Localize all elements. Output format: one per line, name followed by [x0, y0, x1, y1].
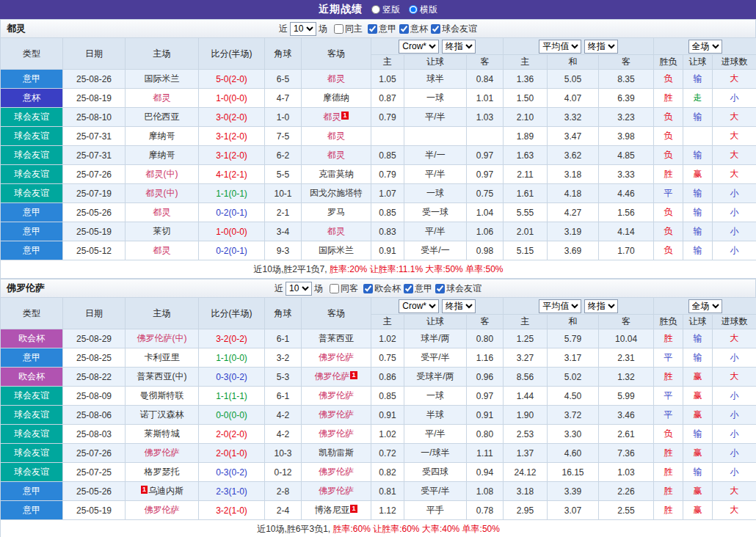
home-team[interactable]: 巴伦西亚	[126, 108, 199, 127]
same-venue-filter[interactable]: 同主	[330, 23, 363, 35]
match-score[interactable]: 1-1(1-1)	[199, 387, 265, 406]
result-scope-select[interactable]: 全场	[688, 40, 722, 54]
same-venue-checkbox[interactable]	[330, 284, 339, 293]
home-team[interactable]: 都灵(中)	[126, 184, 199, 203]
home-team[interactable]: 普莱西亚(中)	[126, 368, 199, 387]
away-team[interactable]: 都灵	[302, 127, 371, 146]
league-checkbox-2[interactable]	[431, 24, 440, 34]
col-header-home: 主场	[126, 298, 199, 329]
away-team[interactable]: 佛罗伦萨1	[302, 368, 371, 387]
league-filter-2[interactable]: 球会友谊	[428, 23, 477, 35]
league-filter-0[interactable]: 意甲	[365, 23, 396, 35]
away-team[interactable]: 因戈尔施塔特	[302, 184, 371, 203]
league-filter-1[interactable]: 意杯	[396, 23, 428, 35]
match-score[interactable]: 0-2(0-1)	[199, 241, 265, 260]
match-score[interactable]: 5-0(2-0)	[199, 70, 265, 89]
asian-handicap: 球半/两	[404, 329, 467, 348]
league-filter-2[interactable]: 球会友谊	[432, 282, 481, 295]
horizontal-layout-radio[interactable]	[409, 5, 418, 14]
odds-company-select[interactable]: Crow*	[399, 299, 439, 313]
home-team[interactable]: 卡利亚里	[126, 348, 199, 368]
home-team[interactable]: 佛罗伦萨	[126, 501, 199, 520]
league-checkbox-2[interactable]	[435, 284, 445, 293]
away-team[interactable]: 佛罗伦萨	[302, 463, 371, 482]
league-filter-1[interactable]: 意甲	[401, 282, 432, 295]
match-score[interactable]: 4-1(2-1)	[199, 165, 265, 184]
league-checkbox-1[interactable]	[399, 24, 409, 34]
match-count-select[interactable]: 10	[290, 22, 316, 36]
match-score[interactable]: 0-3(0-2)	[199, 368, 265, 387]
away-team[interactable]: 佛罗伦萨	[302, 482, 371, 501]
euro-company-select[interactable]: 平均值	[539, 40, 581, 54]
match-score[interactable]: 2-0(2-0)	[199, 425, 265, 444]
away-team[interactable]: 罗马	[302, 203, 371, 222]
home-team[interactable]: 摩纳哥	[126, 146, 199, 165]
odds-stage-select[interactable]: 终指	[442, 299, 476, 313]
corner-score: 6-1	[265, 329, 302, 348]
away-team[interactable]: 佛罗伦萨	[302, 387, 371, 406]
odds-company-select[interactable]: Crow*	[399, 40, 439, 54]
odds-stage-select[interactable]: 终指	[442, 40, 476, 54]
home-team[interactable]: 格罗瑟托	[126, 463, 199, 482]
away-team[interactable]: 都灵	[302, 146, 371, 165]
match-score[interactable]: 2-3(1-0)	[199, 482, 265, 501]
away-team[interactable]: 克雷莫纳	[302, 165, 371, 184]
result-scope-select[interactable]: 全场	[688, 299, 722, 313]
euro-stage-select[interactable]: 终指	[584, 40, 618, 54]
league-checkbox-1[interactable]	[404, 284, 413, 293]
match-score[interactable]: 3-0(2-0)	[199, 108, 265, 127]
away-team[interactable]: 佛罗伦萨	[302, 425, 371, 444]
same-venue-filter[interactable]: 同客	[325, 282, 358, 295]
away-team[interactable]: 都灵	[302, 70, 371, 89]
corner-score: 5-5	[265, 165, 302, 184]
home-team[interactable]: 莱切	[126, 222, 199, 241]
euro-company-select[interactable]: 平均值	[539, 299, 581, 313]
away-team[interactable]: 佛罗伦萨	[302, 406, 371, 425]
away-team[interactable]: 博洛尼亚1	[302, 501, 371, 520]
home-team[interactable]: 都灵	[126, 241, 199, 260]
away-team[interactable]: 都灵	[302, 222, 371, 241]
match-row: 球会友谊25-07-26都灵(中)4-1(2-1)5-5克雷莫纳0.79平/半0…	[1, 165, 756, 184]
home-team[interactable]: 都灵	[126, 89, 199, 108]
league-checkbox-0[interactable]	[363, 284, 373, 293]
away-team[interactable]: 国际米兰	[302, 241, 371, 260]
away-team[interactable]: 凯勒雷斯	[302, 444, 371, 463]
match-score[interactable]: 1-0(0-0)	[199, 222, 265, 241]
match-score[interactable]: 3-2(0-2)	[199, 329, 265, 348]
same-venue-checkbox[interactable]	[334, 24, 344, 34]
euro-draw-odds: 3.30	[548, 425, 599, 444]
match-score[interactable]: 0-0(0-0)	[199, 406, 265, 425]
home-team[interactable]: 都灵	[126, 203, 199, 222]
home-team[interactable]: 诺丁汉森林	[126, 406, 199, 425]
euro-draw-odds: 3.17	[548, 348, 599, 368]
match-score[interactable]: 1-1(0-1)	[199, 184, 265, 203]
home-team[interactable]: 摩纳哥	[126, 127, 199, 146]
league-filter-0[interactable]: 欧会杯	[360, 282, 401, 295]
away-team[interactable]: 摩德纳	[302, 89, 371, 108]
home-team[interactable]: 佛罗伦萨(中)	[126, 329, 199, 348]
layout-option-vertical[interactable]: 竖版	[371, 4, 400, 16]
match-score[interactable]: 3-1(2-0)	[199, 146, 265, 165]
home-team[interactable]: 曼彻斯特联	[126, 387, 199, 406]
match-score[interactable]: 0-2(0-1)	[199, 203, 265, 222]
away-team[interactable]: 都灵1	[302, 108, 371, 127]
match-score[interactable]: 3-1(2-0)	[199, 127, 265, 146]
euro-draw-odds: 4.60	[548, 444, 599, 463]
home-team[interactable]: 国际米兰	[126, 70, 199, 89]
layout-option-horizontal[interactable]: 横版	[409, 4, 437, 16]
home-team[interactable]: 佛罗伦萨	[126, 444, 199, 463]
match-count-select[interactable]: 10	[286, 282, 312, 296]
home-team[interactable]: 莱斯特城	[126, 425, 199, 444]
away-team[interactable]: 普莱西亚	[302, 329, 371, 348]
match-score[interactable]: 3-2(1-0)	[199, 501, 265, 520]
vertical-layout-radio[interactable]	[371, 5, 380, 14]
euro-stage-select[interactable]: 终指	[584, 299, 618, 313]
match-score[interactable]: 2-0(1-0)	[199, 444, 265, 463]
match-score[interactable]: 1-0(0-0)	[199, 89, 265, 108]
away-team[interactable]: 佛罗伦萨	[302, 348, 371, 368]
match-score[interactable]: 1-1(0-0)	[199, 348, 265, 368]
league-checkbox-0[interactable]	[368, 24, 377, 34]
home-team[interactable]: 1乌迪内斯	[126, 482, 199, 501]
home-team[interactable]: 都灵(中)	[126, 165, 199, 184]
match-score[interactable]: 0-3(0-2)	[199, 463, 265, 482]
